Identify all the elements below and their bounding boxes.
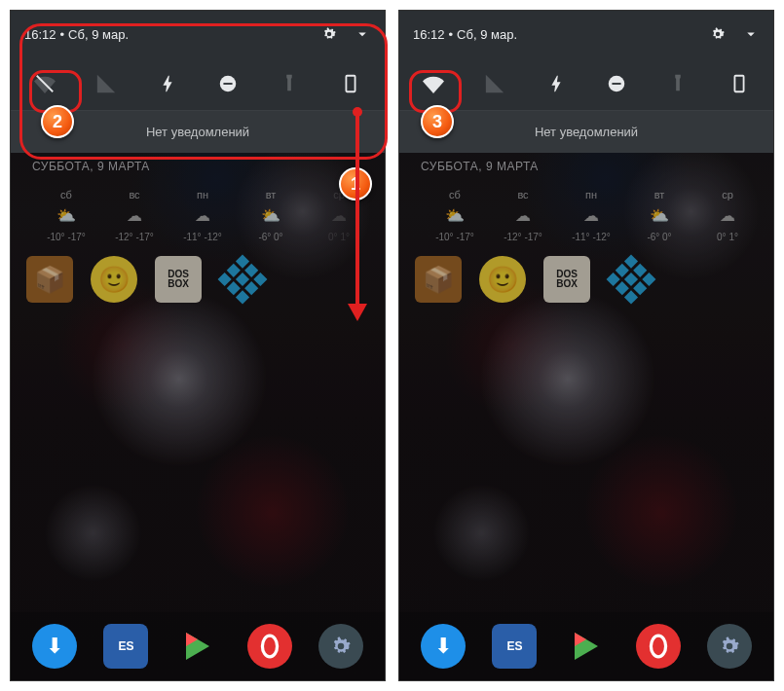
- dock-settings[interactable]: [318, 624, 363, 669]
- no-notifications-label: Нет уведомлений: [11, 110, 385, 153]
- shade-time: 16:12: [413, 27, 445, 42]
- forecast-day: вс☁-12° -17°: [100, 189, 168, 243]
- gear-icon[interactable]: [709, 25, 727, 43]
- dock-settings[interactable]: [707, 624, 752, 669]
- forecast-day: вт⛅-6° 0°: [237, 189, 305, 243]
- no-notifications-label: Нет уведомлений: [399, 110, 773, 153]
- qs-dnd-toggle[interactable]: [214, 70, 242, 97]
- forecast-row: сб⛅-10° -17° вс☁-12° -17° пн☁-11° -12° в…: [421, 189, 762, 243]
- forecast-day: сб⛅-10° -17°: [32, 189, 100, 243]
- shade-sep: •: [60, 27, 65, 42]
- forecast-day: ср☁0° 1°: [693, 189, 762, 243]
- shade-header: 16:12 • Сб, 9 мар.: [11, 11, 385, 57]
- app-icon-dosbox[interactable]: DOSBOX: [543, 256, 590, 303]
- qs-battery-saver-toggle[interactable]: [542, 70, 570, 97]
- qs-cellular-toggle[interactable]: [93, 70, 120, 97]
- qs-wifi-toggle[interactable]: [420, 70, 447, 97]
- dock: ⬇ ES: [11, 612, 385, 680]
- dock-downloads[interactable]: ⬇: [421, 624, 466, 669]
- qs-battery-saver-toggle[interactable]: [154, 70, 181, 97]
- svg-point-4: [651, 636, 665, 657]
- svg-point-0: [262, 636, 277, 657]
- forecast-day: вс☁-12° -17°: [489, 189, 557, 243]
- qs-rotation-toggle[interactable]: [337, 70, 364, 97]
- chevron-down-icon[interactable]: [742, 25, 760, 43]
- forecast-day: пн☁-11° -12°: [557, 189, 625, 243]
- dock-opera[interactable]: [636, 624, 681, 669]
- dock-downloads[interactable]: ⬇: [32, 624, 77, 669]
- phone-left: 16:12 СУББОТА, 9 МАРТА ⛅ -2° сб⛅-10° -17…: [10, 10, 386, 681]
- dock: ⬇ ES: [399, 612, 773, 680]
- notification-shade[interactable]: 16:12 • Сб, 9 мар. Нет уведомлений: [399, 11, 773, 153]
- forecast-row: сб⛅-10° -17° вс☁-12° -17° пн☁-11° -12° в…: [32, 189, 373, 243]
- app-icon-smiley[interactable]: 🙂: [479, 256, 526, 303]
- app-icon-tiles[interactable]: [608, 256, 654, 303]
- qs-flashlight-toggle[interactable]: [664, 70, 691, 97]
- quick-settings-row: [399, 57, 773, 110]
- app-icon-1[interactable]: 📦: [26, 256, 73, 303]
- svg-rect-2: [224, 83, 233, 85]
- qs-rotation-toggle[interactable]: [726, 70, 753, 97]
- shade-header: 16:12 • Сб, 9 мар.: [399, 11, 773, 57]
- qs-flashlight-toggle[interactable]: [276, 70, 303, 97]
- home-apps-row: 📦 🙂 DOSBOX: [415, 256, 654, 303]
- notification-shade[interactable]: 16:12 • Сб, 9 мар. Нет уведомлений: [11, 11, 385, 153]
- app-icon-tiles[interactable]: [219, 256, 266, 303]
- shade-date: Сб, 9 мар.: [68, 27, 129, 42]
- home-apps-row: 📦 🙂 DOSBOX: [26, 256, 266, 303]
- shade-date: Сб, 9 мар.: [457, 27, 517, 42]
- clock-date: СУББОТА, 9 МАРТА: [421, 160, 762, 173]
- app-icon-smiley[interactable]: 🙂: [91, 256, 137, 303]
- phone-right: 16:12 СУББОТА, 9 МАРТА ⛅ -2° сб⛅-10° -17…: [398, 10, 774, 681]
- quick-settings-row: [11, 57, 385, 110]
- forecast-day: вт⛅-6° 0°: [625, 189, 693, 243]
- app-icon-1[interactable]: 📦: [415, 256, 462, 303]
- dock-es-explorer[interactable]: ES: [103, 624, 148, 669]
- dock-opera[interactable]: [247, 624, 292, 669]
- clock-date: СУББОТА, 9 МАРТА: [32, 160, 373, 173]
- shade-sep: •: [449, 27, 454, 42]
- gear-icon[interactable]: [320, 25, 338, 43]
- forecast-day: сб⛅-10° -17°: [421, 189, 489, 243]
- forecast-day: ср☁0° 1°: [305, 189, 373, 243]
- qs-cellular-toggle[interactable]: [481, 70, 508, 97]
- chevron-down-icon[interactable]: [354, 25, 371, 43]
- dock-es-explorer[interactable]: ES: [492, 624, 537, 669]
- dock-play-store[interactable]: [175, 624, 220, 669]
- app-icon-dosbox[interactable]: DOSBOX: [155, 256, 202, 303]
- svg-rect-7: [734, 76, 743, 92]
- qs-wifi-toggle[interactable]: [31, 70, 58, 97]
- svg-rect-3: [346, 76, 355, 92]
- dock-play-store[interactable]: [564, 624, 609, 669]
- qs-dnd-toggle[interactable]: [603, 70, 630, 97]
- shade-time: 16:12: [24, 27, 56, 42]
- svg-rect-6: [613, 83, 621, 85]
- forecast-day: пн☁-11° -12°: [168, 189, 237, 243]
